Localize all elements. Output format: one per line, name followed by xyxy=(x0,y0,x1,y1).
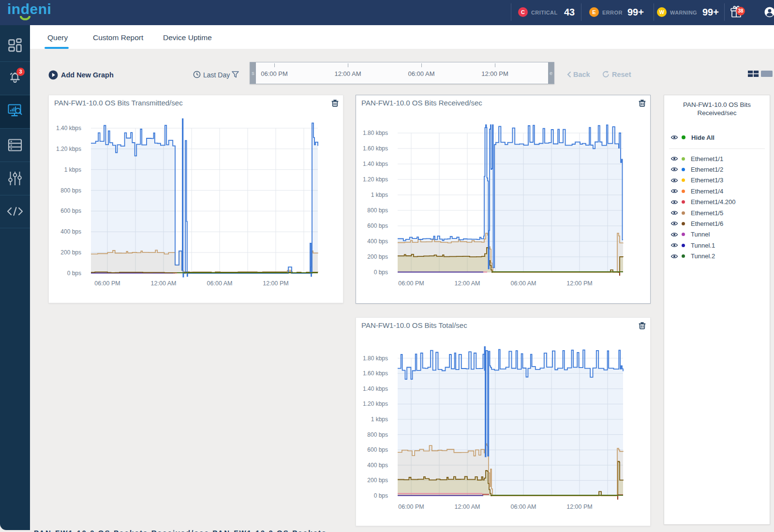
svg-text:200 bps: 200 bps xyxy=(367,477,388,484)
svg-text:400 bps: 400 bps xyxy=(60,228,81,235)
svg-text:200 bps: 200 bps xyxy=(60,249,81,256)
svg-text:1.80 kbps: 1.80 kbps xyxy=(363,130,388,136)
svg-text:1.60 kbps: 1.60 kbps xyxy=(363,370,388,377)
svg-text:400 bps: 400 bps xyxy=(367,238,388,245)
svg-text:1.20 kbps: 1.20 kbps xyxy=(363,400,388,407)
svg-text:400 bps: 400 bps xyxy=(367,462,388,469)
svg-text:12:00 PM: 12:00 PM xyxy=(566,280,593,287)
svg-text:800 bps: 800 bps xyxy=(367,207,388,214)
svg-text:PAN-FW1-10.0 OS Bits Received/: PAN-FW1-10.0 OS Bits Received/sec xyxy=(361,99,482,107)
svg-text:PAN-FW1-10.0 OS Bits Total/sec: PAN-FW1-10.0 OS Bits Total/sec xyxy=(361,321,467,329)
svg-text:06:00 PM: 06:00 PM xyxy=(398,280,424,287)
svg-text:800 bps: 800 bps xyxy=(367,431,388,438)
svg-text:0 bps: 0 bps xyxy=(374,269,388,276)
svg-text:800 bps: 800 bps xyxy=(60,187,81,194)
svg-text:1.40 kbps: 1.40 kbps xyxy=(56,125,81,132)
svg-text:600 bps: 600 bps xyxy=(367,222,388,229)
svg-text:06:00 AM: 06:00 AM xyxy=(207,280,233,287)
svg-text:1.20 kbps: 1.20 kbps xyxy=(56,146,81,152)
svg-text:12:00 PM: 12:00 PM xyxy=(566,503,593,510)
svg-text:200 bps: 200 bps xyxy=(367,253,388,260)
svg-text:1.20 kbps: 1.20 kbps xyxy=(363,176,388,183)
svg-text:0 bps: 0 bps xyxy=(67,270,81,277)
svg-text:1 kbps: 1 kbps xyxy=(371,416,388,423)
svg-text:06:00 PM: 06:00 PM xyxy=(94,280,120,287)
svg-text:1.40 kbps: 1.40 kbps xyxy=(363,161,388,167)
svg-text:1.80 kbps: 1.80 kbps xyxy=(363,355,388,362)
svg-text:600 bps: 600 bps xyxy=(60,207,81,214)
svg-text:1.40 kbps: 1.40 kbps xyxy=(363,385,388,392)
svg-text:12:00 PM: 12:00 PM xyxy=(263,280,289,287)
svg-text:1.60 kbps: 1.60 kbps xyxy=(363,145,388,152)
svg-text:PAN-FW1-10.0 OS Bits Transmitt: PAN-FW1-10.0 OS Bits Transmitted/sec xyxy=(54,99,183,107)
svg-text:12:00 AM: 12:00 AM xyxy=(455,503,480,510)
svg-text:600 bps: 600 bps xyxy=(367,446,388,453)
svg-text:06:00 PM: 06:00 PM xyxy=(398,503,424,510)
svg-text:06:00 AM: 06:00 AM xyxy=(511,280,536,287)
svg-text:12:00 AM: 12:00 AM xyxy=(455,280,480,287)
svg-text:0 bps: 0 bps xyxy=(374,492,388,499)
svg-text:1 kbps: 1 kbps xyxy=(371,192,388,198)
svg-text:06:00 AM: 06:00 AM xyxy=(511,503,536,510)
svg-text:1 kbps: 1 kbps xyxy=(64,166,81,173)
svg-text:12:00 AM: 12:00 AM xyxy=(151,280,177,287)
